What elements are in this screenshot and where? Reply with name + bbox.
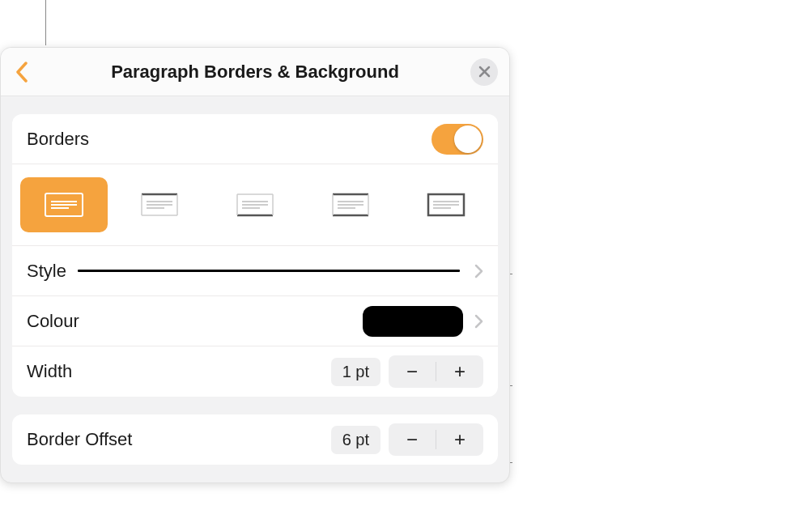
plus-icon: +: [454, 360, 466, 383]
border-top-bottom-icon: [331, 193, 370, 217]
style-row[interactable]: Style: [12, 246, 498, 296]
border-type-top[interactable]: [116, 177, 203, 232]
border-type-top-bottom[interactable]: [307, 177, 394, 232]
border-type-row: [12, 164, 498, 246]
minus-icon: −: [406, 360, 418, 383]
chevron-right-icon: [474, 264, 483, 278]
offset-increment[interactable]: +: [436, 423, 483, 456]
borders-label: Borders: [27, 129, 89, 150]
plus-icon: +: [454, 428, 466, 451]
borders-card: Borders: [12, 114, 498, 397]
offset-label: Border Offset: [27, 429, 132, 450]
border-type-box[interactable]: [402, 177, 490, 232]
width-row: Width 1 pt − +: [12, 346, 498, 397]
panel-header: Paragraph Borders & Background: [1, 48, 509, 96]
width-increment[interactable]: +: [436, 355, 483, 388]
panel-body: Borders: [1, 96, 509, 482]
width-label: Width: [27, 361, 72, 382]
back-button[interactable]: [11, 57, 33, 87]
border-bottom-icon: [236, 193, 274, 217]
close-icon: [478, 66, 491, 78]
chevron-right-icon: [474, 314, 483, 329]
border-type-all[interactable]: [20, 177, 108, 232]
panel-title: Paragraph Borders & Background: [111, 62, 399, 83]
colour-row[interactable]: Colour: [12, 296, 498, 346]
border-box-icon: [427, 193, 466, 217]
colour-swatch: [363, 306, 463, 337]
border-top-icon: [140, 193, 179, 217]
style-label: Style: [27, 261, 66, 282]
close-button[interactable]: [470, 58, 498, 86]
width-value: 1 pt: [331, 358, 380, 386]
style-preview-line: [78, 270, 460, 272]
offset-card: Border Offset 6 pt − +: [12, 414, 498, 465]
borders-background-panel: Paragraph Borders & Background Borders: [0, 47, 510, 483]
border-type-bottom[interactable]: [211, 177, 299, 232]
offset-stepper: − +: [389, 423, 483, 456]
toggle-knob: [454, 125, 482, 153]
colour-label: Colour: [27, 311, 79, 332]
offset-decrement[interactable]: −: [389, 423, 436, 456]
borders-toggle[interactable]: [432, 124, 483, 155]
callout-line: [45, 0, 46, 45]
offset-row: Border Offset 6 pt − +: [12, 414, 498, 465]
width-decrement[interactable]: −: [389, 355, 436, 388]
minus-icon: −: [406, 428, 418, 451]
chevron-left-icon: [15, 62, 28, 83]
borders-toggle-row: Borders: [12, 114, 498, 164]
border-all-icon: [45, 193, 83, 217]
width-stepper: − +: [389, 355, 483, 388]
offset-value: 6 pt: [331, 426, 380, 454]
